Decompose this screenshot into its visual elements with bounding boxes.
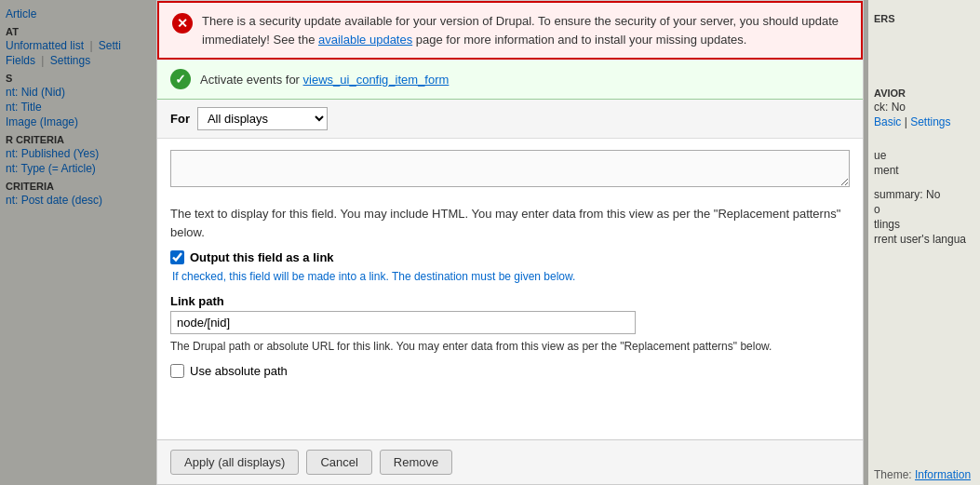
right-item-summary: summary: No [874, 188, 974, 201]
link-path-note: The Drupal path or absolute URL for this… [170, 338, 850, 355]
cancel-button[interactable]: Cancel [306, 450, 371, 475]
link-path-input[interactable] [170, 311, 636, 334]
right-link-settings[interactable]: Settings [910, 115, 950, 128]
absolute-path-row: Use absolute path [170, 364, 850, 378]
right-link-basic[interactable]: Basic [874, 115, 901, 128]
for-row: For All displays Page Block [157, 100, 863, 139]
output-link-row: Output this field as a link [170, 250, 850, 264]
success-alert-text: Activate events for views_ui_config_item… [200, 73, 449, 87]
security-alert-text: There is a security update available for… [202, 12, 848, 48]
text-display-note: The text to display for this field. You … [170, 205, 850, 241]
modal-content: The text to display for this field. You … [157, 139, 863, 439]
theme-name[interactable]: Information [915, 468, 971, 481]
right-item-ue: ue [874, 149, 974, 162]
theme-label: Theme: [874, 468, 912, 481]
right-section-avior: AVIOR [874, 88, 974, 99]
display-select[interactable]: All displays Page Block [197, 107, 328, 130]
right-section-ers: ERS [874, 13, 974, 24]
output-link-label[interactable]: Output this field as a link [190, 250, 334, 264]
modal-dialog: ✕ There is a security update available f… [156, 0, 864, 485]
theme-bar: Theme: Information [868, 465, 980, 485]
success-alert: ✓ Activate events for views_ui_config_it… [157, 60, 863, 100]
remove-button[interactable]: Remove [380, 450, 452, 475]
security-alert: ✕ There is a security update available f… [157, 1, 863, 60]
right-sidebar: ERS AVIOR ck: No Basic | Settings ue men… [868, 0, 980, 485]
right-item-language: rrent user's langua [874, 233, 974, 246]
right-item-o: o [874, 203, 974, 216]
output-link-checkbox[interactable] [170, 250, 184, 264]
error-icon: ✕ [172, 13, 193, 34]
apply-button[interactable]: Apply (all displays) [170, 450, 299, 475]
link-path-group: Link path The Drupal path or absolute UR… [170, 294, 850, 355]
right-item-basic: Basic | Settings [874, 115, 974, 128]
available-updates-link[interactable]: available updates [318, 33, 412, 47]
modal-footer: Apply (all displays) Cancel Remove [157, 439, 863, 484]
right-item-tlings: tlings [874, 218, 974, 231]
output-link-note: If checked, this field will be made into… [170, 268, 850, 285]
absolute-path-checkbox[interactable] [170, 364, 184, 378]
right-item-ck: ck: No [874, 101, 974, 114]
right-item-ment: ment [874, 164, 974, 177]
for-label: For [170, 112, 190, 126]
absolute-path-label[interactable]: Use absolute path [190, 364, 288, 378]
link-path-label: Link path [170, 294, 850, 308]
text-field-textarea[interactable] [170, 150, 850, 187]
success-icon: ✓ [170, 69, 191, 89]
views-form-link[interactable]: views_ui_config_item_form [303, 73, 450, 87]
